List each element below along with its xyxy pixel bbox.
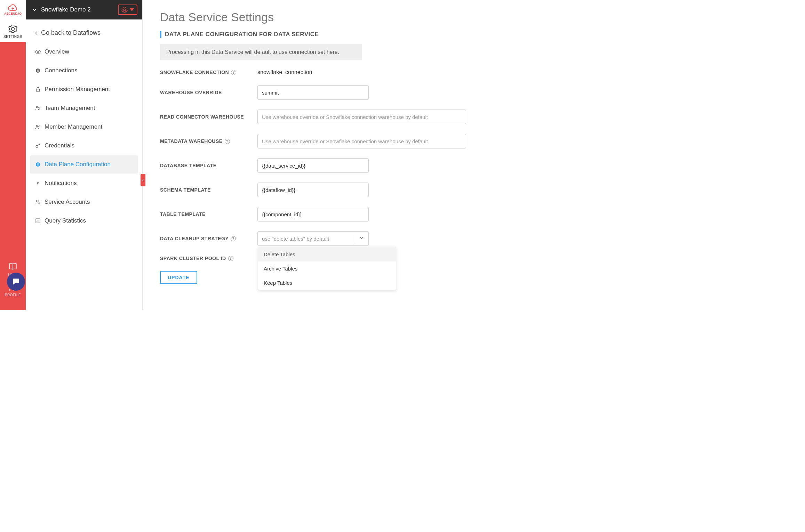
brand-label: ASCEND.IO bbox=[4, 12, 22, 15]
sidebar-item-label: Data Plane Configuration bbox=[45, 161, 111, 168]
metadata-warehouse-input[interactable] bbox=[257, 134, 466, 148]
dropdown-option-keep[interactable]: Keep Tables bbox=[258, 276, 396, 290]
help-icon[interactable]: ? bbox=[231, 70, 236, 75]
database-template-input[interactable] bbox=[257, 158, 369, 173]
gear-icon bbox=[8, 24, 17, 33]
rail-profile-label: PROFILE bbox=[5, 293, 21, 297]
sidebar-item-connections[interactable]: Connections bbox=[30, 62, 138, 80]
help-icon[interactable]: ? bbox=[225, 139, 230, 144]
fan-icon bbox=[35, 180, 41, 186]
key-icon bbox=[35, 143, 41, 149]
table-template-label: TABLE TEMPLATE bbox=[160, 211, 257, 217]
rail-settings-label: SETTINGS bbox=[3, 35, 22, 39]
members-icon bbox=[35, 124, 41, 130]
sidebar-item-label: Member Management bbox=[45, 123, 102, 130]
chevron-down-icon bbox=[359, 235, 364, 242]
back-label: Go back to Dataflows bbox=[41, 29, 101, 37]
cleanup-dropdown: Delete Tables Archive Tables Keep Tables bbox=[258, 247, 396, 290]
chat-widget[interactable] bbox=[7, 273, 25, 291]
schema-template-label: SCHEMA TEMPLATE bbox=[160, 187, 257, 193]
sidebar-header: Snowflake Demo 2 bbox=[26, 0, 142, 19]
connection-icon bbox=[35, 67, 41, 74]
sidebar-item-label: Credentials bbox=[45, 142, 74, 149]
svg-point-8 bbox=[39, 126, 40, 127]
cloud-arrow-icon bbox=[8, 4, 18, 12]
sidebar-item-label: Query Statistics bbox=[45, 217, 86, 224]
select-placeholder: use "delete tables" by default bbox=[262, 236, 351, 242]
chat-icon bbox=[11, 277, 21, 286]
chart-icon bbox=[35, 218, 41, 224]
sidebar-title: Snowflake Demo 2 bbox=[41, 6, 118, 13]
sidebar-item-notifications[interactable]: Notifications bbox=[30, 174, 138, 192]
main-content: Data Service Settings DATA PLANE CONFIGU… bbox=[143, 0, 470, 310]
sidebar-item-label: Connections bbox=[45, 67, 78, 74]
sidebar-item-dataplane[interactable]: Data Plane Configuration bbox=[30, 155, 138, 174]
svg-point-11 bbox=[37, 200, 38, 202]
sidebar-item-permissions[interactable]: Permission Management bbox=[30, 80, 138, 98]
sidebar-item-service-accounts[interactable]: Service Accounts bbox=[30, 193, 138, 211]
sidebar-item-label: Team Management bbox=[45, 105, 95, 112]
sidebar-item-members[interactable]: Member Management bbox=[30, 118, 138, 136]
lock-icon bbox=[35, 86, 41, 92]
warehouse-override-label: WAREHOUSE OVERRIDE bbox=[160, 90, 257, 95]
read-connector-label: READ CONNECTOR WAREHOUSE bbox=[160, 114, 257, 120]
cleanup-strategy-label: DATA CLEANUP STRATEGY ? bbox=[160, 236, 257, 241]
sidebar-item-label: Service Accounts bbox=[45, 199, 90, 205]
sidebar-item-label: Notifications bbox=[45, 180, 77, 187]
warehouse-override-input[interactable] bbox=[257, 85, 369, 100]
dataplane-icon bbox=[35, 161, 41, 168]
left-rail: ASCEND.IO SETTINGS HELP PROFILE bbox=[0, 0, 26, 310]
user-gear-icon bbox=[35, 199, 41, 205]
gear-icon bbox=[121, 7, 128, 13]
eye-icon bbox=[35, 49, 41, 55]
svg-rect-4 bbox=[37, 89, 40, 91]
cleanup-strategy-select[interactable]: use "delete tables" by default Delete Ta… bbox=[257, 231, 369, 246]
svg-point-5 bbox=[37, 106, 38, 108]
sidebar-item-credentials[interactable]: Credentials bbox=[30, 137, 138, 155]
chevron-down-icon[interactable] bbox=[31, 7, 38, 13]
dropdown-option-archive[interactable]: Archive Tables bbox=[258, 261, 396, 276]
sidebar-item-label: Permission Management bbox=[45, 86, 110, 93]
svg-point-6 bbox=[39, 107, 40, 108]
sidebar-item-query-stats[interactable]: Query Statistics bbox=[30, 212, 138, 230]
read-connector-input[interactable] bbox=[257, 110, 466, 124]
header-settings-button[interactable] bbox=[118, 5, 137, 15]
schema-template-input[interactable] bbox=[257, 183, 369, 197]
spark-pool-label: SPARK CLUSTER POOL ID ? bbox=[160, 256, 257, 261]
connection-value: snowflake_connection bbox=[257, 69, 312, 75]
dropdown-option-delete[interactable]: Delete Tables bbox=[258, 247, 396, 261]
back-to-dataflows[interactable]: Go back to Dataflows bbox=[30, 23, 138, 43]
brand-logo[interactable]: ASCEND.IO bbox=[0, 0, 26, 19]
page-title: Data Service Settings bbox=[160, 10, 470, 24]
chevron-left-icon bbox=[34, 30, 38, 36]
sidebar-item-overview[interactable]: Overview bbox=[30, 43, 138, 61]
table-template-input[interactable] bbox=[257, 207, 369, 221]
section-title: DATA PLANE CONFIGURATION FOR DATA SERVIC… bbox=[160, 31, 470, 38]
sidebar: Snowflake Demo 2 Go back to Dataflows Ov… bbox=[26, 0, 143, 310]
info-banner: Processing in this Data Service will def… bbox=[160, 44, 362, 60]
help-icon[interactable]: ? bbox=[228, 256, 233, 261]
book-icon bbox=[8, 262, 17, 271]
sidebar-item-team[interactable]: Team Management bbox=[30, 99, 138, 117]
update-button[interactable]: UPDATE bbox=[160, 271, 197, 284]
sidebar-item-label: Overview bbox=[45, 48, 69, 55]
metadata-warehouse-label: METADATA WAREHOUSE ? bbox=[160, 138, 257, 144]
team-icon bbox=[35, 105, 41, 111]
database-template-label: DATABASE TEMPLATE bbox=[160, 163, 257, 168]
svg-point-2 bbox=[37, 51, 39, 53]
svg-point-7 bbox=[37, 125, 38, 127]
triangle-down-icon bbox=[130, 8, 134, 11]
rail-item-settings[interactable]: SETTINGS bbox=[0, 19, 26, 42]
svg-point-12 bbox=[39, 203, 40, 204]
svg-point-9 bbox=[36, 145, 38, 147]
connection-label: SNOWFLAKE CONNECTION ? bbox=[160, 70, 257, 75]
help-icon[interactable]: ? bbox=[231, 236, 236, 241]
